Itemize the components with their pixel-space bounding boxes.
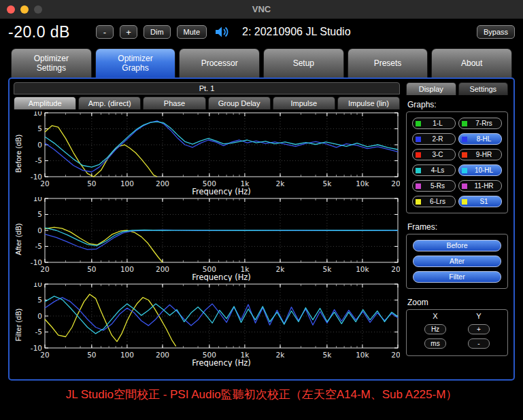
dim-button[interactable]: Dim xyxy=(144,25,171,39)
frame-button-filter[interactable]: Filter xyxy=(413,271,501,283)
svg-text:0: 0 xyxy=(37,141,42,149)
channel-button-11-hr[interactable]: 11-HR xyxy=(458,180,502,192)
volume-down-button[interactable]: - xyxy=(96,25,114,39)
svg-text:200: 200 xyxy=(156,179,169,188)
channel-button-4-ls[interactable]: 4-Ls xyxy=(412,164,456,176)
channel-color-swatch xyxy=(462,121,467,126)
main-tab-bar: Optimizer Settings Optimizer Graphs Proc… xyxy=(0,45,523,77)
vnc-window: VNC -20.0 dB - + Dim Mute 2: 20210906 JL… xyxy=(0,0,523,420)
channel-button-8-hl[interactable]: 8-HL xyxy=(458,133,502,145)
display-panel: Display Settings Graphs: 1-L2-R3-C4-Ls5-… xyxy=(406,82,508,376)
tab-presets[interactable]: Presets xyxy=(348,48,428,77)
zoom-y-header: Y xyxy=(476,312,481,320)
svg-text:20k: 20k xyxy=(391,351,400,359)
titlebar: VNC xyxy=(0,0,523,19)
svg-text:10k: 10k xyxy=(356,265,369,273)
filter-chart-block: Filter (dB) 20501002005001k2k5k10k20k105… xyxy=(14,283,400,367)
fullscreen-button[interactable] xyxy=(34,5,42,14)
channel-button-9-hr[interactable]: 9-HR xyxy=(458,149,502,160)
window-title: VNC xyxy=(0,4,523,14)
tab-about[interactable]: About xyxy=(431,48,512,77)
channel-column-1: 1-L2-R3-C4-Ls5-Rs6-Lrs xyxy=(412,118,456,207)
main-content: Pt. 1 Amplitude Amp. (direct) Phase Grou… xyxy=(8,77,515,381)
graphs-area: Pt. 1 Amplitude Amp. (direct) Phase Grou… xyxy=(14,82,400,376)
svg-text:0: 0 xyxy=(37,226,42,234)
bypass-button[interactable]: Bypass xyxy=(477,25,515,39)
channel-color-swatch xyxy=(416,121,421,126)
after-chart[interactable]: 20501002005001k2k5k10k20k1050-5-10Freque… xyxy=(23,197,400,281)
channel-button-5-rs[interactable]: 5-Rs xyxy=(412,180,456,192)
frame-button-before[interactable]: Before xyxy=(413,240,501,251)
svg-text:10: 10 xyxy=(33,111,42,117)
svg-text:5k: 5k xyxy=(322,179,332,188)
mute-button[interactable]: Mute xyxy=(177,25,207,39)
channel-button-2-r[interactable]: 2-R xyxy=(412,133,456,145)
channel-button-10-hl[interactable]: 10-HL xyxy=(458,164,502,176)
graph-type-tabs: Amplitude Amp. (direct) Phase Group Dela… xyxy=(14,97,400,109)
svg-text:10k: 10k xyxy=(356,351,369,359)
graphs-box: 1-L2-R3-C4-Ls5-Rs6-Lrs 7-Rrs8-HL9-HR10-H… xyxy=(406,111,508,213)
minimize-button[interactable] xyxy=(20,5,29,14)
filter-chart[interactable]: 20501002005001k2k5k10k20k1050-5-10Freque… xyxy=(23,283,400,367)
channel-button-label: 4-Ls xyxy=(423,167,452,174)
zoom-x-hz-button[interactable]: Hz xyxy=(424,324,446,334)
channel-button-3-c[interactable]: 3-C xyxy=(412,149,456,160)
svg-text:20: 20 xyxy=(40,351,49,359)
after-chart-ylabel: After (dB) xyxy=(14,223,22,255)
tab-processor[interactable]: Processor xyxy=(179,48,260,77)
channel-button-label: 9-HR xyxy=(469,152,499,158)
measurement-point-tab[interactable]: Pt. 1 xyxy=(14,82,400,94)
zoom-x-ms-button[interactable]: ms xyxy=(424,338,446,349)
before-chart[interactable]: 20501002005001k2k5k10k20k1050-5-10Freque… xyxy=(23,111,400,196)
svg-text:10k: 10k xyxy=(356,179,369,188)
subtab-group-delay[interactable]: Group Delay xyxy=(208,97,271,109)
close-button[interactable] xyxy=(7,5,15,14)
svg-text:50: 50 xyxy=(87,265,96,273)
subtab-impulse[interactable]: Impulse xyxy=(273,97,335,109)
subtab-amp-direct[interactable]: Amp. (direct) xyxy=(78,97,141,109)
svg-text:20: 20 xyxy=(40,265,49,273)
channel-color-swatch xyxy=(462,199,467,205)
channel-button-7-rrs[interactable]: 7-Rrs xyxy=(458,118,502,129)
channel-button-s1[interactable]: S1 xyxy=(458,196,502,207)
svg-text:200: 200 xyxy=(156,351,169,359)
channel-button-6-lrs[interactable]: 6-Lrs xyxy=(412,196,456,207)
channel-button-1-l[interactable]: 1-L xyxy=(412,118,456,129)
svg-text:0: 0 xyxy=(37,312,42,320)
subtab-phase[interactable]: Phase xyxy=(143,97,205,109)
tab-setup[interactable]: Setup xyxy=(263,48,344,77)
svg-text:-10: -10 xyxy=(31,344,42,352)
zoom-y-in-button[interactable]: + xyxy=(468,324,490,334)
svg-text:2k: 2k xyxy=(276,351,286,359)
speaker-icon xyxy=(214,26,231,38)
volume-up-button[interactable]: + xyxy=(120,25,137,39)
subtab-impulse-lin[interactable]: Impulse (lin) xyxy=(337,97,400,109)
svg-text:5: 5 xyxy=(37,210,42,218)
zoom-y-out-button[interactable]: - xyxy=(468,338,490,349)
channel-color-swatch xyxy=(416,199,421,205)
channel-color-swatch xyxy=(462,183,467,189)
channel-button-label: 6-Lrs xyxy=(423,198,452,205)
filter-chart-ylabel: Filter (dB) xyxy=(14,309,22,341)
channel-color-swatch xyxy=(416,168,421,173)
tab-display[interactable]: Display xyxy=(406,82,456,95)
preset-title: 2: 20210906 JL Studio xyxy=(242,26,351,38)
tab-settings[interactable]: Settings xyxy=(458,82,509,95)
tab-optimizer-graphs[interactable]: Optimizer Graphs xyxy=(95,48,176,77)
tab-optimizer-settings[interactable]: Optimizer Settings xyxy=(11,48,92,77)
subtab-amplitude[interactable]: Amplitude xyxy=(14,97,76,109)
frame-button-after[interactable]: After xyxy=(413,256,501,267)
channel-button-label: 2-R xyxy=(423,136,452,143)
volume-display: -20.0 dB xyxy=(8,23,83,41)
channel-button-label: 8-HL xyxy=(469,136,499,143)
channel-color-swatch xyxy=(416,183,421,189)
svg-text:-10: -10 xyxy=(31,258,42,266)
svg-text:-5: -5 xyxy=(35,156,42,164)
graphs-label: Graphs: xyxy=(407,100,508,109)
frames-label: Frames: xyxy=(407,222,508,232)
svg-text:-5: -5 xyxy=(35,242,42,250)
channel-color-swatch xyxy=(416,152,421,158)
svg-text:100: 100 xyxy=(120,265,134,273)
svg-text:-10: -10 xyxy=(31,173,42,181)
channel-button-label: 7-Rrs xyxy=(469,120,499,127)
